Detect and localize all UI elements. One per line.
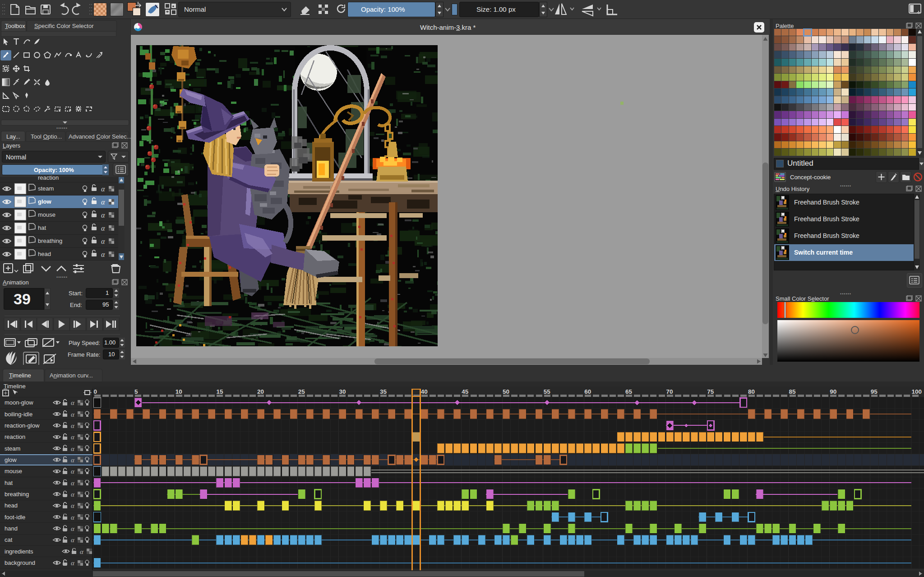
svg-text:α: α (71, 559, 75, 567)
svg-text:10: 10 (176, 388, 182, 395)
svg-text:35: 35 (380, 388, 387, 395)
svg-text:95: 95 (871, 388, 878, 395)
svg-text:55: 55 (544, 388, 551, 395)
svg-text:α: α (101, 237, 105, 245)
svg-text:α: α (71, 514, 75, 521)
svg-text:20: 20 (257, 388, 264, 395)
svg-text:70: 70 (666, 388, 673, 395)
svg-text:50: 50 (503, 388, 509, 395)
svg-text:25: 25 (298, 388, 305, 395)
svg-text:reaction: reaction (5, 433, 25, 440)
svg-text:40: 40 (421, 388, 428, 395)
svg-text:85: 85 (789, 388, 796, 395)
svg-text:100: 100 (912, 388, 922, 395)
svg-text:α: α (71, 468, 75, 475)
svg-text:steam: steam (5, 445, 20, 452)
svg-text:ingredients: ingredients (5, 548, 33, 555)
svg-text:α: α (71, 433, 75, 441)
svg-text:30: 30 (339, 388, 346, 395)
svg-text:60: 60 (584, 388, 591, 395)
svg-text:α: α (71, 411, 75, 418)
svg-text:cat: cat (5, 536, 13, 543)
svg-text:α: α (71, 491, 75, 498)
svg-text:α: α (101, 224, 105, 232)
svg-text:glow: glow (5, 456, 17, 463)
svg-text:α: α (101, 185, 105, 193)
svg-text:α: α (80, 548, 84, 555)
svg-text:80: 80 (748, 388, 755, 395)
svg-text:α: α (71, 445, 75, 452)
svg-text:45: 45 (462, 388, 469, 395)
svg-text:75: 75 (707, 388, 714, 395)
svg-text:moon-glow: moon-glow (5, 399, 33, 406)
svg-text:mouse: mouse (5, 468, 22, 475)
svg-text:hand: hand (5, 525, 18, 532)
svg-text:α: α (71, 422, 75, 429)
svg-text:α: α (71, 525, 75, 532)
svg-text:65: 65 (625, 388, 633, 395)
svg-text:90: 90 (830, 388, 836, 395)
svg-text:reaction-glow: reaction-glow (5, 422, 40, 429)
svg-text:α: α (101, 198, 105, 206)
svg-text:0: 0 (94, 388, 97, 395)
svg-text:α: α (101, 211, 105, 219)
svg-text:α: α (71, 399, 75, 406)
svg-text:boiling-idle: boiling-idle (5, 411, 32, 418)
svg-text:15: 15 (216, 388, 223, 395)
svg-text:α: α (71, 502, 75, 509)
svg-text:5: 5 (134, 388, 138, 395)
svg-text:hat: hat (5, 479, 13, 486)
svg-text:α: α (71, 456, 75, 464)
svg-text:α: α (71, 536, 75, 544)
svg-text:breathing: breathing (5, 491, 29, 498)
svg-text:α: α (101, 251, 105, 258)
svg-text:α: α (71, 479, 75, 487)
svg-text:head: head (5, 502, 18, 509)
svg-text:foot-idle: foot-idle (5, 514, 25, 521)
svg-text:background: background (5, 559, 35, 566)
